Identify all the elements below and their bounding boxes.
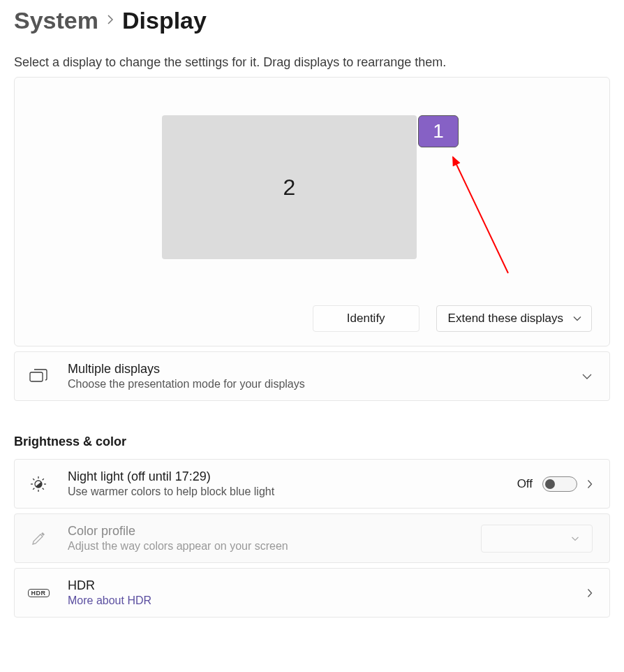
svg-line-9 xyxy=(43,488,44,489)
card-content: Multiple displays Choose the presentatio… xyxy=(68,362,581,390)
monitor-tile-1[interactable]: 1 xyxy=(418,115,459,147)
annotation-arrow-icon xyxy=(442,147,519,280)
monitor-tile-2[interactable]: 2 xyxy=(162,115,417,259)
breadcrumb-current: Display xyxy=(122,7,207,34)
breadcrumb-parent[interactable]: System xyxy=(14,7,98,34)
card-content: Night light (off until 17:29) Use warmer… xyxy=(68,469,517,498)
svg-line-10 xyxy=(33,488,34,489)
card-title: Color profile xyxy=(68,524,481,539)
card-expand-control[interactable] xyxy=(581,373,593,380)
multiple-displays-icon xyxy=(29,369,48,384)
card-content: Color profile Adjust the way colors appe… xyxy=(68,524,481,553)
display-mode-label: Extend these displays xyxy=(448,312,563,326)
chevron-right-icon[interactable] xyxy=(587,588,593,598)
breadcrumb: System Display xyxy=(14,0,610,40)
chevron-down-icon xyxy=(571,536,579,541)
identify-button[interactable]: Identify xyxy=(313,305,419,332)
toggle-state-label: Off xyxy=(517,477,533,491)
color-profile-card: Color profile Adjust the way colors appe… xyxy=(14,513,610,563)
card-title: Night light (off until 17:29) xyxy=(68,469,517,484)
chevron-down-icon xyxy=(573,316,581,321)
chevron-right-icon xyxy=(107,13,114,29)
card-content: HDR More about HDR xyxy=(68,578,587,607)
display-arrangement-panel: 2 1 Identify Extend these displays xyxy=(14,77,610,346)
card-subtitle: Adjust the way colors appear on your scr… xyxy=(68,540,481,553)
card-subtitle: Choose the presentation mode for your di… xyxy=(68,378,581,390)
eyedropper-icon xyxy=(29,530,48,547)
chevron-down-icon xyxy=(581,373,593,380)
chevron-right-icon[interactable] xyxy=(587,479,593,489)
toggle-knob xyxy=(545,479,555,489)
hdr-icon: HDR xyxy=(29,589,48,597)
svg-line-1 xyxy=(453,157,508,273)
night-light-icon xyxy=(29,476,48,492)
card-title: Multiple displays xyxy=(68,362,581,377)
display-mode-dropdown[interactable]: Extend these displays xyxy=(436,305,592,332)
card-subtitle: Use warmer colors to help block blue lig… xyxy=(68,485,517,498)
multiple-displays-card[interactable]: Multiple displays Choose the presentatio… xyxy=(14,351,610,401)
svg-line-11 xyxy=(43,479,44,480)
svg-line-8 xyxy=(33,479,34,480)
svg-rect-2 xyxy=(30,372,43,381)
page-subtitle: Select a display to change the settings … xyxy=(14,55,610,70)
night-light-card[interactable]: Night light (off until 17:29) Use warmer… xyxy=(14,459,610,509)
hdr-more-link[interactable]: More about HDR xyxy=(68,594,587,607)
color-profile-dropdown xyxy=(481,525,593,553)
night-light-toggle[interactable] xyxy=(542,476,577,492)
monitors-area[interactable]: 2 1 xyxy=(15,78,609,301)
arrangement-controls: Identify Extend these displays xyxy=(313,305,592,332)
section-header-brightness: Brightness & color xyxy=(14,434,610,449)
hdr-card[interactable]: HDR HDR More about HDR xyxy=(14,568,610,618)
card-title: HDR xyxy=(68,578,587,593)
